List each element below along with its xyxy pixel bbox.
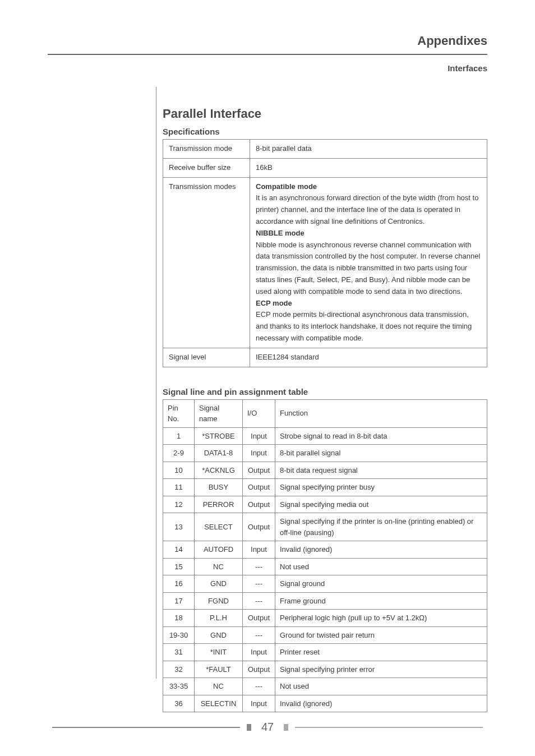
io-dir: Input xyxy=(243,427,275,445)
pin-no: 32 xyxy=(163,661,195,678)
pin-function: Peripheral logic high (pull up to +5V at… xyxy=(275,610,487,627)
table-row: 1*STROBEInputStrobe signal to read in 8-… xyxy=(163,427,487,445)
spec-value: 16kB xyxy=(250,158,487,177)
table-row: Transmission modes Compatible mode It is… xyxy=(163,177,487,348)
footer-bar-right xyxy=(295,727,483,728)
document-page: Appendixes Interfaces Parallel Interface… xyxy=(0,0,535,756)
page-header: Appendixes xyxy=(48,34,487,48)
pin-function: Strobe signal to read in 8-bit data xyxy=(275,427,487,445)
footer-marker-right xyxy=(284,724,288,731)
mode-desc: ECP mode permits bi-directional asynchro… xyxy=(256,310,472,342)
footer-marker-left xyxy=(247,724,251,731)
io-dir: Input xyxy=(243,541,275,559)
table-row: 15NC---Not used xyxy=(163,558,487,575)
col-header: Pin No. xyxy=(163,399,195,427)
signal-name: FGND xyxy=(195,592,243,610)
pin-function: Signal specifying media out xyxy=(275,496,487,513)
io-dir: Input xyxy=(243,445,275,462)
table-row: 18P.L.HOutputPeripheral logic high (pull… xyxy=(163,610,487,627)
pin-function: 8-bit data request signal xyxy=(275,462,487,479)
col-header: I/O xyxy=(243,399,275,427)
pin-function: Signal specifying printer busy xyxy=(275,479,487,496)
header-divider xyxy=(48,54,487,55)
signal-name: *STROBE xyxy=(195,427,243,445)
pin-function: Not used xyxy=(275,558,487,575)
table-row: Signal level IEEE1284 standard xyxy=(163,348,487,367)
pin-function: Signal specifying printer error xyxy=(275,661,487,678)
table-row: 11BUSYOutputSignal specifying printer bu… xyxy=(163,479,487,496)
pin-function: Printer reset xyxy=(275,644,487,661)
col-header: Signal name xyxy=(195,399,243,427)
io-dir: --- xyxy=(243,558,275,575)
signal-name: NC xyxy=(195,678,243,695)
spec-value: Compatible mode It is an asynchronous fo… xyxy=(250,177,487,348)
table-row: 33-35NC---Not used xyxy=(163,678,487,695)
pin-no: 36 xyxy=(163,695,195,712)
content-area: Parallel Interface Specifications Transm… xyxy=(163,107,487,712)
pin-function: Frame ground xyxy=(275,592,487,610)
pin-function: 8-bit parallel signal xyxy=(275,445,487,462)
pin-no: 16 xyxy=(163,575,195,593)
io-dir: --- xyxy=(243,592,275,610)
io-dir: --- xyxy=(243,575,275,593)
signal-name: GND xyxy=(195,575,243,593)
footer-bar-left xyxy=(52,727,240,728)
pin-no: 33-35 xyxy=(163,678,195,695)
mode-desc: Nibble mode is asynchronous reverse chan… xyxy=(256,241,480,296)
page-footer: 47 xyxy=(0,721,535,734)
mode-title: Compatible mode xyxy=(256,182,317,191)
table-row: 36SELECTINInputInvalid (ignored) xyxy=(163,695,487,712)
table-row: 31*INITInputPrinter reset xyxy=(163,644,487,661)
signal-name: AUTOFD xyxy=(195,541,243,559)
io-dir: Input xyxy=(243,695,275,712)
pin-function: Not used xyxy=(275,678,487,695)
table-row: 10*ACKNLGOutput8-bit data request signal xyxy=(163,462,487,479)
pin-no: 18 xyxy=(163,610,195,627)
pin-no: 12 xyxy=(163,496,195,513)
signal-name: GND xyxy=(195,626,243,644)
signal-name: PERROR xyxy=(195,496,243,513)
pin-no: 11 xyxy=(163,479,195,496)
signal-name: *FAULT xyxy=(195,661,243,678)
spec-value: IEEE1284 standard xyxy=(250,348,487,367)
pins-title: Signal line and pin assignment table xyxy=(163,387,487,397)
signal-name: *INIT xyxy=(195,644,243,661)
spec-label: Signal level xyxy=(163,348,250,367)
pin-function: Invalid (ignored) xyxy=(275,541,487,559)
mode-desc: It is an asynchronous forward direction … xyxy=(256,193,478,225)
pin-no: 2-9 xyxy=(163,445,195,462)
io-dir: Output xyxy=(243,610,275,627)
table-row: 17FGND---Frame ground xyxy=(163,592,487,610)
io-dir: --- xyxy=(243,626,275,644)
signal-name: DATA1-8 xyxy=(195,445,243,462)
table-row: 2-9DATA1-8Input8-bit parallel signal xyxy=(163,445,487,462)
pin-function: Signal ground xyxy=(275,575,487,593)
io-dir: Output xyxy=(243,496,275,513)
signal-name: P.L.H xyxy=(195,610,243,627)
io-dir: Input xyxy=(243,644,275,661)
io-dir: Output xyxy=(243,661,275,678)
table-row: Transmission mode 8-bit parallel data xyxy=(163,140,487,159)
io-dir: --- xyxy=(243,678,275,695)
pin-function: Ground for twisted pair return xyxy=(275,626,487,644)
signal-name: *ACKNLG xyxy=(195,462,243,479)
section-title: Parallel Interface xyxy=(163,107,487,121)
pin-no: 1 xyxy=(163,427,195,445)
page-number: 47 xyxy=(261,721,274,734)
specs-table: Transmission mode 8-bit parallel data Re… xyxy=(163,139,487,367)
table-row: 16GND---Signal ground xyxy=(163,575,487,593)
table-row: 19-30GND---Ground for twisted pair retur… xyxy=(163,626,487,644)
table-row: Receive buffer size 16kB xyxy=(163,158,487,177)
footer-line: 47 xyxy=(0,721,535,734)
table-header-row: Pin No. Signal name I/O Function xyxy=(163,399,487,427)
table-row: 13SELECTOutputSignal specifying if the p… xyxy=(163,513,487,541)
pin-no: 19-30 xyxy=(163,626,195,644)
spec-label: Transmission modes xyxy=(163,177,250,348)
pin-no: 14 xyxy=(163,541,195,559)
pin-no: 17 xyxy=(163,592,195,610)
pin-function: Signal specifying if the printer is on-l… xyxy=(275,513,487,541)
vertical-divider xyxy=(156,87,156,679)
table-row: 12PERROROutputSignal specifying media ou… xyxy=(163,496,487,513)
pin-function: Invalid (ignored) xyxy=(275,695,487,712)
io-dir: Output xyxy=(243,479,275,496)
